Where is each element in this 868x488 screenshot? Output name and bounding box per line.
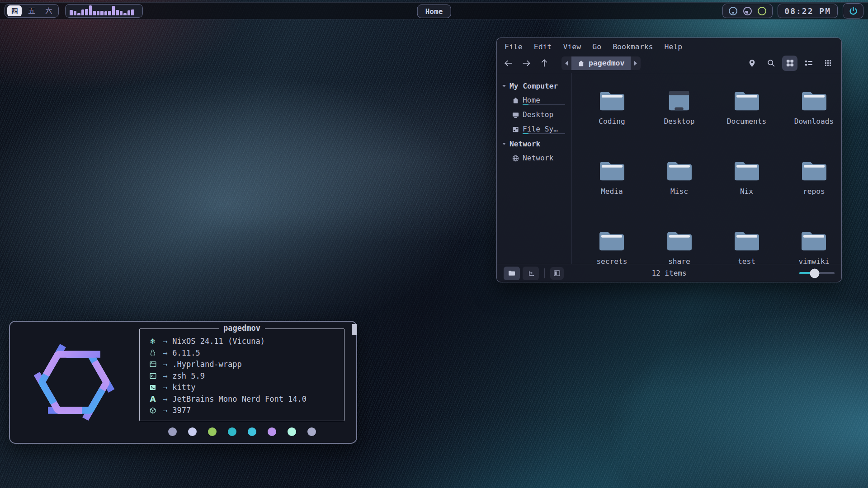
palette-dot <box>208 427 217 436</box>
sidebar-item-network[interactable]: Network <box>512 151 571 165</box>
separator <box>544 268 545 278</box>
terminal-window: pagedmov ❄ → NixOS 24.11 (Vicuna) → 6.11… <box>9 321 357 444</box>
back-button[interactable] <box>503 58 514 69</box>
workspace-switcher: 四 五 六 <box>5 4 59 18</box>
fastfetch-row-font: A → JetBrains Mono Nerd Font 14.0 <box>147 393 337 405</box>
section-label: Network <box>509 140 540 148</box>
compact-view-button[interactable] <box>820 56 835 71</box>
sidebar-item-file-system[interactable]: File Sy… <box>512 122 571 136</box>
folder-icon <box>508 270 515 276</box>
path-scroll-left-button[interactable] <box>561 56 571 70</box>
zoom-slider-knob[interactable] <box>810 268 820 278</box>
toolbar: pagedmov <box>497 53 841 73</box>
menu-bookmarks[interactable]: Bookmarks <box>613 42 653 51</box>
menu-go[interactable]: Go <box>592 42 601 51</box>
arrow-glyph: → <box>163 371 167 380</box>
compact-view-icon <box>825 60 831 66</box>
status-bar: 12 items <box>497 264 841 282</box>
palette-dot <box>168 427 177 436</box>
search-button[interactable] <box>763 56 778 71</box>
arrow-glyph: → <box>163 383 167 392</box>
path-segment-home[interactable]: pagedmov <box>571 56 631 70</box>
fastfetch-hostname: pagedmov <box>219 324 265 333</box>
tree-view-icon <box>528 270 534 277</box>
kernel-icon <box>147 349 159 357</box>
gauge-2 <box>743 7 752 15</box>
items-count: 12 items <box>651 269 686 277</box>
arrow-up-icon <box>541 59 548 67</box>
folder-icon <box>800 160 828 183</box>
folder-item-misc[interactable]: Misc <box>665 150 693 220</box>
search-icon <box>767 59 775 67</box>
places-pane-button[interactable] <box>504 267 520 280</box>
icon-view-button[interactable] <box>782 56 797 71</box>
zoom-slider[interactable] <box>799 269 835 278</box>
palette-dot <box>248 427 256 436</box>
sidebar-item-label: Home <box>523 96 565 105</box>
menu-file[interactable]: File <box>505 42 523 51</box>
menu-edit[interactable]: Edit <box>534 42 552 51</box>
folder-icon <box>800 230 828 253</box>
file-manager-body: My Computer Home Desktop File Sy… <box>497 73 841 264</box>
up-button[interactable] <box>539 58 550 69</box>
visualizer-bar <box>77 13 80 15</box>
folder-item-nix[interactable]: Nix <box>733 150 761 220</box>
terminal-color-palette <box>139 427 344 436</box>
palette-dot <box>188 427 197 436</box>
folder-label: Nix <box>740 187 753 196</box>
menu-view[interactable]: View <box>563 42 581 51</box>
folder-label: Documents <box>727 117 767 126</box>
folder-item-media[interactable]: Media <box>598 150 626 220</box>
menu-help[interactable]: Help <box>665 42 683 51</box>
workspace-5[interactable]: 五 <box>24 5 39 16</box>
folder-item-desktop[interactable]: Desktop <box>664 80 694 150</box>
sidebar-section-my-computer[interactable]: My Computer <box>502 79 571 93</box>
location-button[interactable] <box>744 56 760 71</box>
fastfetch-row-terminal: → kitty <box>147 381 337 393</box>
folder-icon <box>800 89 828 113</box>
arrow-glyph: → <box>163 348 167 357</box>
workspace-6[interactable]: 六 <box>42 5 56 16</box>
gauge-3 <box>758 7 766 15</box>
folder-item-coding[interactable]: Coding <box>598 80 626 150</box>
desktop-icon <box>512 112 519 118</box>
folder-icon <box>665 230 693 253</box>
power-button[interactable] <box>843 3 863 19</box>
workspace-4[interactable]: 四 <box>7 5 22 16</box>
visualizer-bar <box>89 5 92 15</box>
expander-icon <box>502 85 506 87</box>
visualizer-bar <box>123 13 127 15</box>
folder-label: repos <box>803 187 825 196</box>
fastfetch-row-packages: → 3977 <box>147 404 337 416</box>
terminal-icon <box>147 385 159 390</box>
sidebar-section-network[interactable]: Network <box>502 136 571 151</box>
tree-pane-button[interactable] <box>523 267 539 280</box>
folder-label: Desktop <box>664 117 694 126</box>
forward-button[interactable] <box>521 58 532 69</box>
list-view-button[interactable] <box>801 56 816 71</box>
location-pin-icon <box>749 59 755 67</box>
folder-label: Coding <box>599 117 625 126</box>
shell-value: zsh 5.9 <box>172 371 205 380</box>
folder-label: Misc <box>670 187 688 196</box>
palette-dot <box>307 427 316 436</box>
fastfetch-frame: pagedmov ❄ → NixOS 24.11 (Vicuna) → 6.11… <box>139 328 344 421</box>
arrow-glyph: → <box>163 394 167 404</box>
font-icon: A <box>147 394 159 404</box>
folder-icon <box>598 230 626 253</box>
path-scroll-right-button[interactable] <box>631 56 641 70</box>
sidebar-item-desktop[interactable]: Desktop <box>512 108 571 122</box>
fastfetch-row-shell: → zsh 5.9 <box>147 370 337 382</box>
sidebar-item-home[interactable]: Home <box>512 93 571 108</box>
arrow-left-icon <box>504 60 513 67</box>
menubar: File Edit View Go Bookmarks Help <box>497 38 841 53</box>
folder-icon <box>598 160 626 183</box>
folder-item-repos[interactable]: repos <box>800 150 828 220</box>
arrow-glyph: → <box>163 337 167 346</box>
clock: 08:22 PM <box>778 4 838 18</box>
network-globe-icon <box>512 155 519 162</box>
folder-item-downloads[interactable]: Downloads <box>794 80 834 150</box>
toggle-sidebar-button[interactable] <box>550 267 564 280</box>
path-bar: pagedmov <box>561 56 641 70</box>
folder-item-documents[interactable]: Documents <box>727 80 767 150</box>
